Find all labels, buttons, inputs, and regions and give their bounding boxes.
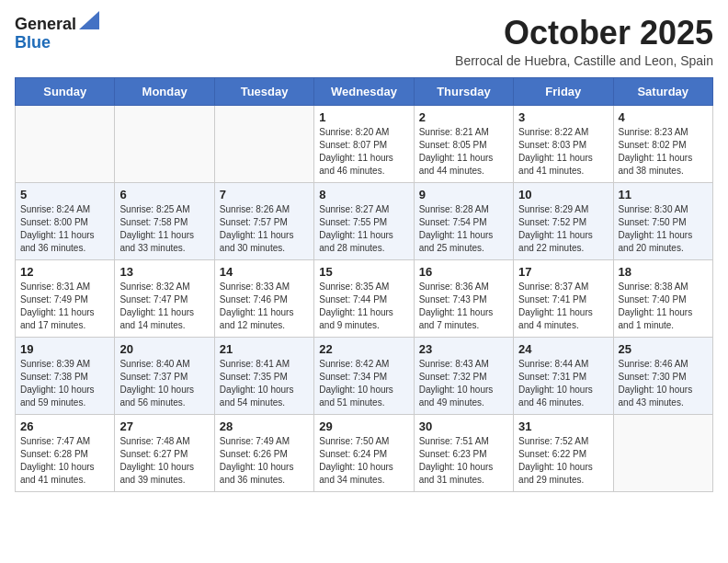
day-info: Sunrise: 8:32 AMSunset: 7:47 PMDaylight:… <box>119 281 209 332</box>
calendar-cell: 31Sunrise: 7:52 AMSunset: 6:22 PMDayligh… <box>514 414 613 491</box>
calendar-cell: 8Sunrise: 8:27 AMSunset: 7:55 PMDaylight… <box>314 182 414 259</box>
day-number: 22 <box>319 342 408 356</box>
weekday-header-sunday: Sunday <box>16 77 115 105</box>
day-info: Sunrise: 8:20 AMSunset: 8:07 PMDaylight:… <box>319 126 408 178</box>
calendar-cell: 13Sunrise: 8:32 AMSunset: 7:47 PMDayligh… <box>115 259 214 337</box>
calendar-cell: 12Sunrise: 8:31 AMSunset: 7:49 PMDayligh… <box>16 259 115 337</box>
calendar-cell <box>214 105 313 182</box>
weekday-header-friday: Friday <box>514 77 613 105</box>
calendar-cell: 21Sunrise: 8:41 AMSunset: 7:35 PMDayligh… <box>214 337 313 414</box>
calendar-cell: 20Sunrise: 8:40 AMSunset: 7:37 PMDayligh… <box>115 337 214 414</box>
calendar-cell <box>115 105 214 182</box>
calendar-cell: 18Sunrise: 8:38 AMSunset: 7:40 PMDayligh… <box>613 259 712 337</box>
day-number: 12 <box>20 265 109 279</box>
day-info: Sunrise: 8:43 AMSunset: 7:32 PMDaylight:… <box>419 358 508 409</box>
day-info: Sunrise: 8:42 AMSunset: 7:34 PMDaylight:… <box>319 358 408 409</box>
day-info: Sunrise: 8:22 AMSunset: 8:03 PMDaylight:… <box>518 126 608 178</box>
week-row-4: 19Sunrise: 8:39 AMSunset: 7:38 PMDayligh… <box>16 337 713 414</box>
day-number: 8 <box>319 188 408 201</box>
calendar-cell: 5Sunrise: 8:24 AMSunset: 8:00 PMDaylight… <box>16 182 115 259</box>
day-info: Sunrise: 8:26 AMSunset: 7:57 PMDaylight:… <box>220 203 309 255</box>
day-info: Sunrise: 7:47 AMSunset: 6:28 PMDaylight:… <box>20 435 109 487</box>
day-number: 20 <box>119 342 209 356</box>
day-info: Sunrise: 7:51 AMSunset: 6:23 PMDaylight:… <box>419 435 508 487</box>
logo: General Blue <box>15 15 99 52</box>
week-row-5: 26Sunrise: 7:47 AMSunset: 6:28 PMDayligh… <box>16 414 713 491</box>
day-number: 13 <box>119 265 209 279</box>
day-info: Sunrise: 8:35 AMSunset: 7:44 PMDaylight:… <box>319 281 408 332</box>
day-number: 29 <box>319 419 408 433</box>
calendar-cell <box>16 105 115 182</box>
day-number: 9 <box>419 188 508 201</box>
week-row-1: 1Sunrise: 8:20 AMSunset: 8:07 PMDaylight… <box>16 105 713 182</box>
weekday-header-tuesday: Tuesday <box>214 77 313 105</box>
week-row-2: 5Sunrise: 8:24 AMSunset: 8:00 PMDaylight… <box>16 182 713 259</box>
calendar-cell: 11Sunrise: 8:30 AMSunset: 7:50 PMDayligh… <box>613 182 712 259</box>
calendar-cell: 22Sunrise: 8:42 AMSunset: 7:34 PMDayligh… <box>314 337 414 414</box>
calendar-cell <box>613 414 712 491</box>
location-subtitle: Berrocal de Huebra, Castille and Leon, S… <box>455 53 713 68</box>
day-number: 27 <box>119 419 209 433</box>
calendar-cell: 27Sunrise: 7:48 AMSunset: 6:27 PMDayligh… <box>115 414 214 491</box>
day-number: 7 <box>220 188 309 201</box>
day-info: Sunrise: 8:40 AMSunset: 7:37 PMDaylight:… <box>119 358 209 409</box>
calendar-cell: 1Sunrise: 8:20 AMSunset: 8:07 PMDaylight… <box>314 105 414 182</box>
day-info: Sunrise: 8:46 AMSunset: 7:30 PMDaylight:… <box>619 358 708 409</box>
day-number: 30 <box>419 419 508 433</box>
day-info: Sunrise: 8:30 AMSunset: 7:50 PMDaylight:… <box>619 203 708 255</box>
day-number: 21 <box>220 342 309 356</box>
day-number: 4 <box>619 110 708 124</box>
weekday-header-row: SundayMondayTuesdayWednesdayThursdayFrid… <box>16 77 713 105</box>
calendar-table: SundayMondayTuesdayWednesdayThursdayFrid… <box>15 77 713 492</box>
calendar-cell: 15Sunrise: 8:35 AMSunset: 7:44 PMDayligh… <box>314 259 414 337</box>
calendar-cell: 23Sunrise: 8:43 AMSunset: 7:32 PMDayligh… <box>414 337 513 414</box>
calendar-cell: 7Sunrise: 8:26 AMSunset: 7:57 PMDaylight… <box>214 182 313 259</box>
day-number: 18 <box>619 265 708 279</box>
calendar-cell: 14Sunrise: 8:33 AMSunset: 7:46 PMDayligh… <box>214 259 313 337</box>
day-info: Sunrise: 8:29 AMSunset: 7:52 PMDaylight:… <box>518 203 608 255</box>
logo-triangle-icon <box>79 11 99 29</box>
day-info: Sunrise: 8:41 AMSunset: 7:35 PMDaylight:… <box>220 358 309 409</box>
day-info: Sunrise: 8:33 AMSunset: 7:46 PMDaylight:… <box>220 281 309 332</box>
calendar-cell: 10Sunrise: 8:29 AMSunset: 7:52 PMDayligh… <box>514 182 613 259</box>
month-title: October 2025 <box>455 15 713 52</box>
day-info: Sunrise: 8:24 AMSunset: 8:00 PMDaylight:… <box>20 203 109 255</box>
day-number: 5 <box>20 188 109 201</box>
day-number: 19 <box>20 342 109 356</box>
day-number: 14 <box>220 265 309 279</box>
day-info: Sunrise: 8:37 AMSunset: 7:41 PMDaylight:… <box>518 281 608 332</box>
svg-marker-0 <box>79 11 99 29</box>
day-info: Sunrise: 8:23 AMSunset: 8:02 PMDaylight:… <box>619 126 708 178</box>
day-number: 10 <box>518 188 608 201</box>
day-info: Sunrise: 7:52 AMSunset: 6:22 PMDaylight:… <box>518 435 608 487</box>
calendar-cell: 19Sunrise: 8:39 AMSunset: 7:38 PMDayligh… <box>16 337 115 414</box>
title-area: October 2025 Berrocal de Huebra, Castill… <box>455 15 713 68</box>
day-number: 17 <box>518 265 608 279</box>
day-info: Sunrise: 7:50 AMSunset: 6:24 PMDaylight:… <box>319 435 408 487</box>
day-number: 28 <box>220 419 309 433</box>
day-number: 6 <box>119 188 209 201</box>
calendar-cell: 2Sunrise: 8:21 AMSunset: 8:05 PMDaylight… <box>414 105 513 182</box>
day-number: 31 <box>518 419 608 433</box>
day-number: 24 <box>518 342 608 356</box>
day-info: Sunrise: 7:48 AMSunset: 6:27 PMDaylight:… <box>119 435 209 487</box>
day-number: 23 <box>419 342 508 356</box>
calendar-cell: 26Sunrise: 7:47 AMSunset: 6:28 PMDayligh… <box>16 414 115 491</box>
day-info: Sunrise: 8:44 AMSunset: 7:31 PMDaylight:… <box>518 358 608 409</box>
day-info: Sunrise: 7:49 AMSunset: 6:26 PMDaylight:… <box>220 435 309 487</box>
day-info: Sunrise: 8:27 AMSunset: 7:55 PMDaylight:… <box>319 203 408 255</box>
calendar-cell: 16Sunrise: 8:36 AMSunset: 7:43 PMDayligh… <box>414 259 513 337</box>
calendar-cell: 24Sunrise: 8:44 AMSunset: 7:31 PMDayligh… <box>514 337 613 414</box>
weekday-header-saturday: Saturday <box>613 77 712 105</box>
day-info: Sunrise: 8:39 AMSunset: 7:38 PMDaylight:… <box>20 358 109 409</box>
logo-blue-text: Blue <box>15 33 51 52</box>
day-number: 11 <box>619 188 708 201</box>
day-number: 15 <box>319 265 408 279</box>
day-info: Sunrise: 8:28 AMSunset: 7:54 PMDaylight:… <box>419 203 508 255</box>
day-info: Sunrise: 8:25 AMSunset: 7:58 PMDaylight:… <box>119 203 209 255</box>
logo-general-text: General <box>15 15 76 33</box>
calendar-cell: 29Sunrise: 7:50 AMSunset: 6:24 PMDayligh… <box>314 414 414 491</box>
calendar-cell: 17Sunrise: 8:37 AMSunset: 7:41 PMDayligh… <box>514 259 613 337</box>
day-number: 25 <box>619 342 708 356</box>
calendar-cell: 28Sunrise: 7:49 AMSunset: 6:26 PMDayligh… <box>214 414 313 491</box>
